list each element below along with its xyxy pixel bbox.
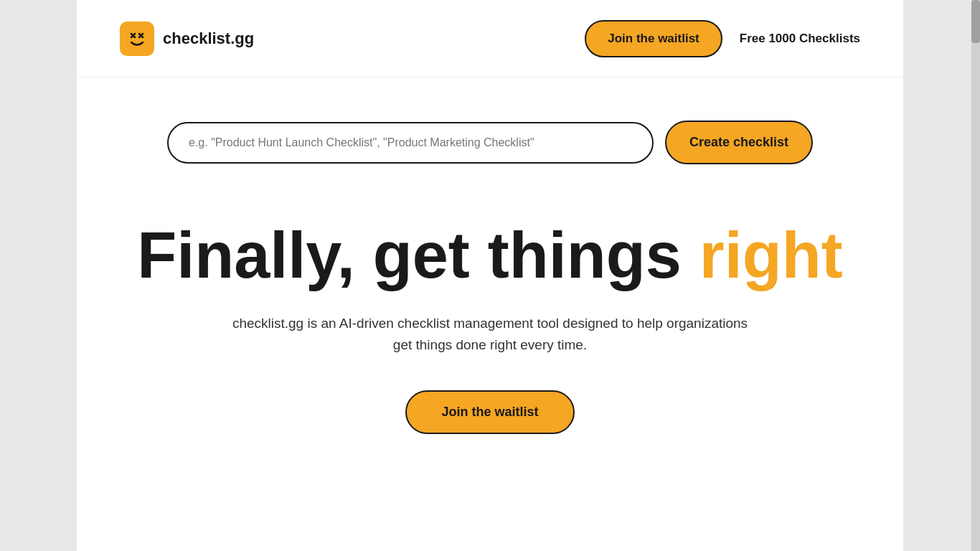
logo-icon	[120, 22, 154, 56]
headline-text-part1: Finally, get things	[137, 220, 699, 291]
logo-link[interactable]: checklist.gg	[120, 22, 254, 56]
hero-subtext-line1: checklist.gg is an AI-driven checklist m…	[232, 316, 748, 331]
create-checklist-button[interactable]: Create checklist	[665, 121, 813, 164]
brand-name: checklist.gg	[163, 29, 254, 48]
hero-section: Create checklist Finally, get things rig…	[77, 77, 903, 551]
search-input[interactable]	[189, 136, 632, 149]
scrollbar[interactable]	[971, 0, 980, 551]
navbar: checklist.gg Join the waitlist Free 1000…	[77, 0, 903, 77]
nav-right: Join the waitlist Free 1000 Checklists	[585, 20, 860, 57]
headline-highlight: right	[699, 220, 843, 291]
hero-subtext: checklist.gg is an AI-driven checklist m…	[232, 313, 748, 357]
logo-svg	[124, 26, 150, 52]
hero-waitlist-button[interactable]: Join the waitlist	[405, 390, 574, 434]
search-create-row: Create checklist	[167, 121, 813, 164]
free-checklists-label: Free 1000 Checklists	[740, 32, 860, 46]
search-input-wrapper	[167, 122, 654, 164]
svg-rect-0	[124, 26, 150, 52]
hero-headline: Finally, get things right	[137, 222, 842, 290]
scrollbar-thumb[interactable]	[971, 0, 980, 43]
nav-waitlist-button[interactable]: Join the waitlist	[585, 20, 722, 57]
hero-subtext-line2: get things done right every time.	[393, 337, 587, 352]
